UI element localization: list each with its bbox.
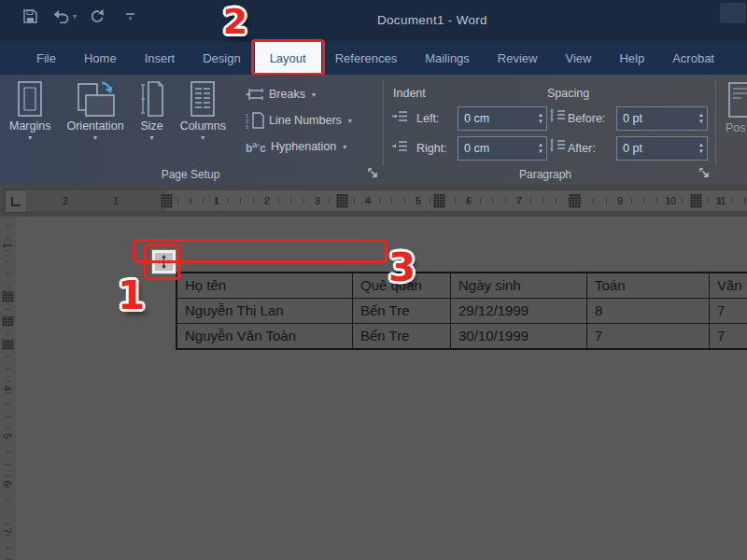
ruler-number: 6	[0, 459, 16, 507]
page-size-icon	[140, 80, 164, 118]
table-cell[interactable]: Nguyễn Văn Toàn	[177, 324, 352, 348]
ribbon-tab-bar: FileHomeInsertDesign Layout 2 References…	[0, 41, 747, 75]
chevron-down-icon: ▾	[93, 134, 97, 141]
breaks-button[interactable]: Breaks ▾	[246, 81, 352, 107]
line-numbers-label: Line Numbers	[269, 114, 342, 127]
ribbon-tab[interactable]: Insert	[131, 41, 190, 75]
position-button[interactable]: Pos	[726, 121, 746, 134]
customize-quick-access-icon[interactable]: ▾	[126, 13, 134, 21]
spacing-before-input[interactable]: 0 pt ▲▼	[616, 106, 708, 131]
redo-button[interactable]	[90, 8, 106, 24]
spacing-before-label: Before:	[568, 112, 605, 125]
columns-label: Columns	[180, 119, 226, 133]
ruler-number: 3	[292, 190, 343, 211]
hyphenation-button[interactable]: ba-c Hyphenation ▾	[246, 133, 352, 160]
ruler-margin-numbers: 21	[40, 190, 141, 211]
spacing-after-input[interactable]: 0 pt ▲▼	[616, 136, 708, 161]
table-cell[interactable]: 7	[710, 299, 747, 323]
document-table[interactable]: Họ tênQuê quánNgày sinhToánVăn Nguyễn Th…	[176, 272, 747, 350]
orientation-button[interactable]: Orientation ▾	[64, 78, 125, 143]
ruler-page-numbers: 123456791011	[191, 190, 746, 211]
spacing-before-value: 0 pt	[617, 112, 698, 125]
table-cell[interactable]: 29/12/1999	[451, 299, 586, 323]
table-column-marker[interactable]	[569, 194, 581, 208]
table-row-marker[interactable]	[2, 292, 14, 302]
table-cell[interactable]: Bến Tre	[353, 324, 450, 348]
table-move-handle[interactable]	[152, 250, 176, 273]
tab-layout-label: Layout	[270, 51, 306, 65]
ruler-number: 2	[40, 190, 91, 211]
table-header-cell[interactable]: Ngày sinh	[451, 273, 586, 298]
window-control-button[interactable]	[720, 3, 746, 23]
columns-button[interactable]: Columns ▾	[178, 78, 228, 143]
table-row: Nguyễn Thị LanBến Tre29/12/199987	[177, 299, 747, 323]
ruler-number: 5	[0, 412, 16, 459]
ribbon-tab[interactable]: File	[22, 41, 70, 75]
table-column-marker[interactable]	[690, 194, 702, 208]
table-cell[interactable]: 8	[587, 299, 709, 323]
table-header-cell[interactable]: Văn	[710, 273, 747, 298]
ribbon-tab[interactable]: Acrobat	[658, 41, 728, 75]
undo-button[interactable]: ▾	[51, 9, 77, 23]
size-label: Size	[140, 119, 162, 133]
page-setup-dialog-launcher-icon[interactable]	[368, 168, 379, 179]
margins-button[interactable]: Margins ▾	[7, 78, 52, 143]
chevron-down-icon: ▾	[348, 117, 352, 125]
page-setup-menu-buttons: Breaks ▾ 123 Line Numbers ▾ ba-c Hyphena…	[246, 81, 352, 160]
ribbon-tab[interactable]: Mailings	[411, 41, 484, 75]
step-2-marker: 2	[223, 1, 247, 42]
table-column-marker[interactable]	[433, 194, 445, 208]
table-column-marker[interactable]	[336, 194, 348, 208]
undo-dropdown-icon[interactable]: ▾	[73, 12, 77, 21]
spacing-after-label: After:	[568, 142, 596, 155]
ruler-number: 1	[0, 221, 16, 269]
tab-selector-button[interactable]	[5, 189, 27, 213]
spacing-before-icon	[549, 108, 565, 122]
spinner-buttons[interactable]: ▲▼	[698, 113, 704, 124]
window-title: Document1 - Word	[377, 13, 487, 27]
table-header-cell[interactable]: Toán	[587, 273, 709, 298]
indent-right-input[interactable]: 0 cm ▲▼	[458, 136, 547, 161]
table-cell[interactable]: 30/10/1999	[451, 324, 586, 348]
ruler-number: 2	[242, 190, 292, 211]
ruler-number: 10	[645, 190, 696, 211]
page-setup-group-label: Page Setup	[0, 168, 381, 181]
table-row-marker[interactable]	[2, 340, 14, 350]
line-numbers-icon: 123	[246, 112, 264, 129]
paragraph-dialog-launcher-icon[interactable]	[699, 168, 711, 179]
table-cell[interactable]: 7	[710, 324, 747, 348]
chevron-down-icon: ▾	[343, 143, 346, 151]
title-bar: ▾ ▾ Document1 - Word	[0, 0, 747, 41]
spinner-buttons[interactable]: ▲▼	[538, 113, 543, 124]
ruler-number: 4	[343, 190, 393, 211]
table-row-marker[interactable]	[2, 316, 14, 327]
step-3-marker: 3	[388, 245, 416, 290]
step-1-marker: 1	[118, 273, 145, 318]
save-icon[interactable]	[22, 8, 38, 24]
table-column-marker[interactable]	[161, 194, 173, 208]
hyphenation-icon: ba-c	[246, 140, 266, 153]
table-cell[interactable]: Nguyễn Thị Lan	[177, 299, 352, 323]
indent-left-input[interactable]: 0 cm ▲▼	[458, 106, 547, 131]
ribbon-tab[interactable]: Design	[189, 41, 254, 75]
table-header-cell[interactable]: Họ tên	[177, 273, 352, 298]
ribbon-tab[interactable]: View	[551, 41, 605, 75]
size-button[interactable]: Size ▾	[138, 78, 166, 143]
document-canvas[interactable]: 124567 Họ tênQuê quánNgày sinhToánVăn Ng…	[0, 217, 747, 560]
ruler-number: 7	[0, 507, 16, 554]
tab-layout-active[interactable]: Layout 2	[255, 42, 321, 75]
chevron-down-icon: ▾	[201, 134, 204, 141]
ribbon-tab[interactable]: Help	[605, 41, 658, 75]
ribbon-tab[interactable]: Review	[484, 41, 552, 75]
left-tab-stop-icon	[11, 197, 21, 206]
indent-left-icon	[392, 110, 407, 122]
ribbon-tab[interactable]: Home	[70, 41, 131, 75]
line-numbers-button[interactable]: 123 Line Numbers ▾	[246, 107, 352, 133]
ribbon-tab[interactable]: References	[321, 41, 411, 75]
spinner-buttons[interactable]: ▲▼	[698, 143, 704, 154]
ruler-number: 11	[696, 190, 746, 211]
table-cell[interactable]: Bến Tre	[353, 299, 450, 323]
table-cell[interactable]: 7	[587, 324, 709, 348]
spacing-heading: Spacing	[547, 87, 589, 100]
spinner-buttons[interactable]: ▲▼	[538, 143, 543, 154]
